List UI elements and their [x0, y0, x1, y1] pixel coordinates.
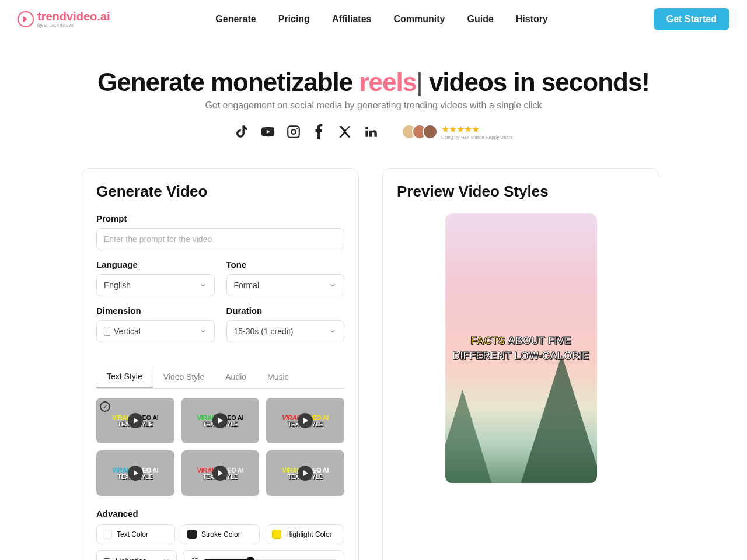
highlight-color-chip[interactable]: Highlight Color [266, 524, 344, 544]
prompt-label: Prompt [96, 214, 344, 223]
get-started-button[interactable]: Get Started [654, 8, 729, 30]
text-align-icon [103, 556, 111, 560]
line-height-icon [190, 556, 198, 560]
preview-card: Preview Video Styles FACTS ABOUT FIVE DI… [382, 168, 659, 560]
text-style-option[interactable]: ✓ VIRAL VIDEO AI TEXT STYLE [96, 398, 174, 443]
play-icon [298, 413, 313, 428]
chevron-down-icon [329, 327, 337, 335]
logo-text: trendvideo.ai [37, 10, 110, 22]
social-row: ★★★★★ Using by +0.4 Million Happy Users [0, 124, 747, 140]
top-nav: Generate Pricing Affiliates Community Gu… [215, 14, 548, 24]
nav-guide[interactable]: Guide [467, 14, 493, 24]
text-style-option[interactable]: VIRAL VIDEO AI TEXT STYLE [96, 450, 174, 496]
hero-subtitle: Get engagement on social media by genera… [0, 100, 747, 111]
font-select[interactable]: Helvetica [96, 550, 177, 560]
swatch-icon [272, 530, 281, 539]
x-icon[interactable] [337, 124, 352, 139]
stroke-color-chip[interactable]: Stroke Color [181, 524, 260, 544]
chevron-down-icon [199, 281, 207, 289]
tone-select[interactable]: Formal [226, 274, 345, 296]
nav-affiliates[interactable]: Affiliates [332, 14, 372, 24]
generate-card-title: Generate Video [96, 183, 344, 201]
facebook-icon[interactable] [312, 124, 327, 139]
text-style-option[interactable]: VIRAL VIDEO AI TEXT STYLE [181, 450, 260, 496]
prompt-input[interactable] [96, 228, 344, 250]
advanced-title: Advanced [96, 509, 344, 519]
tiktok-icon[interactable] [235, 124, 250, 139]
text-style-grid: ✓ VIRAL VIDEO AI TEXT STYLE VIRAL VIDEO … [96, 398, 344, 496]
check-icon: ✓ [100, 401, 110, 412]
logo-subtext: by STOCKING.AI [37, 23, 110, 28]
play-icon [128, 413, 143, 428]
generate-card: Generate Video Prompt Language English T… [82, 168, 359, 560]
text-color-chip[interactable]: Text Color [96, 524, 175, 544]
text-style-option[interactable]: VIRAL VIDEO AI TEXT STYLE [266, 450, 344, 496]
phone-icon [104, 327, 110, 336]
logo-icon [18, 11, 34, 27]
preview-caption: FACTS ABOUT FIVE DIFFERENT LOW-CALORIE [452, 333, 589, 363]
tab-music[interactable]: Music [257, 366, 299, 388]
stars-icon: ★★★★★ [441, 124, 479, 135]
chevron-down-icon [329, 281, 337, 289]
header-bar: trendvideo.ai by STOCKING.AI Generate Pr… [0, 0, 747, 38]
dimension-label: Dimension [96, 306, 215, 316]
tab-audio[interactable]: Audio [215, 366, 257, 388]
tone-label: Tone [226, 260, 345, 270]
text-style-option[interactable]: VIRAL VIDEO AI TEXT STYLE [266, 398, 344, 443]
nav-community[interactable]: Community [393, 14, 445, 24]
hero-section: Generate monetizable reels| videos in se… [0, 38, 747, 150]
youtube-icon[interactable] [260, 124, 275, 139]
chevron-down-icon [199, 327, 207, 335]
nav-history[interactable]: History [516, 14, 548, 24]
swatch-icon [103, 530, 112, 539]
tab-text-style[interactable]: Text Style [96, 366, 153, 388]
linkedin-icon[interactable] [363, 124, 378, 139]
trust-badge: ★★★★★ Using by +0.4 Million Happy Users [406, 124, 513, 140]
text-style-option[interactable]: VIRAL VIDEO AI TEXT STYLE [181, 398, 260, 443]
logo[interactable]: trendvideo.ai by STOCKING.AI [18, 10, 110, 28]
swatch-icon [187, 530, 197, 539]
dimension-select[interactable]: Vertical [96, 320, 215, 342]
language-label: Language [96, 260, 215, 270]
chevron-down-icon [162, 556, 170, 560]
preview-title: Preview Video Styles [397, 183, 645, 201]
style-subtabs: Text Style Video Style Audio Music [96, 366, 344, 388]
duration-label: Duration [226, 306, 345, 316]
tab-video-style[interactable]: Video Style [153, 366, 215, 388]
instagram-icon[interactable] [286, 124, 301, 139]
nav-generate[interactable]: Generate [215, 14, 256, 24]
hero-title: Generate monetizable reels| videos in se… [0, 68, 747, 97]
size-slider[interactable] [183, 550, 344, 560]
nav-pricing[interactable]: Pricing [278, 14, 310, 24]
play-icon [298, 466, 313, 481]
preview-video[interactable]: FACTS ABOUT FIVE DIFFERENT LOW-CALORIE [445, 214, 597, 483]
duration-select[interactable]: 15-30s (1 credit) [226, 320, 345, 342]
language-select[interactable]: English [96, 274, 215, 296]
play-icon [128, 466, 143, 481]
